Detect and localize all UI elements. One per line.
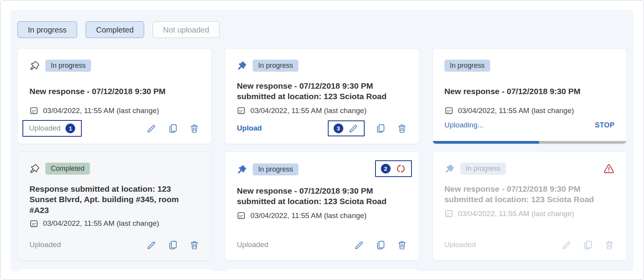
response-card-6: In progress New response - 07/12/2018 9:…: [432, 151, 627, 261]
pencil-icon: [354, 240, 365, 250]
annotation-box-1: Uploaded 1: [22, 120, 82, 137]
calendar-icon: [29, 219, 38, 228]
edit-button[interactable]: [146, 123, 157, 134]
response-card-grid: In progress New response - 07/12/2018 9:…: [17, 48, 627, 261]
card-title: New response - 07/12/2018 9:30 PM submit…: [237, 186, 407, 207]
copy-icon: [168, 240, 178, 250]
upload-status: Uploaded: [29, 240, 61, 249]
trash-icon: [397, 240, 407, 250]
copy-button[interactable]: [168, 123, 178, 134]
card-title: New response - 07/12/2018 9:30 PM: [444, 81, 615, 102]
status-badge: In progress: [45, 60, 91, 72]
stop-upload-button[interactable]: STOP: [595, 121, 615, 129]
card-title: New response - 07/12/2018 9:30 PM submit…: [237, 81, 407, 102]
pushpin-icon[interactable]: [29, 163, 40, 174]
upload-status: Uploaded: [237, 240, 268, 249]
responses-panel: In progress Completed Not uploaded In pr…: [10, 10, 634, 271]
filter-completed[interactable]: Completed: [86, 21, 144, 38]
card-title: Response submitted at location: 123 Suns…: [29, 184, 200, 215]
partial-card: [225, 268, 419, 271]
card-title: New response - 07/12/2018 9:30 PM: [29, 81, 200, 102]
calendar-icon: [29, 106, 38, 115]
last-change-text: 03/04/2022, 11:55 AM (last change): [458, 210, 574, 218]
annotation-box-2: 2: [375, 160, 412, 177]
annotation-number-2: 2: [381, 164, 391, 173]
upload-progress-fill: [433, 141, 539, 144]
edit-button[interactable]: [348, 123, 359, 134]
pencil-icon: [146, 240, 157, 250]
pushpin-icon: [444, 163, 455, 174]
upload-progress-bar: [433, 141, 626, 144]
calendar-icon: [444, 209, 453, 218]
calendar-icon: [237, 106, 246, 115]
calendar-icon: [444, 106, 453, 115]
pencil-icon: [561, 240, 572, 250]
response-card-2: In progress New response - 07/12/2018 9:…: [225, 48, 419, 144]
annotation-box-3: 3: [328, 120, 365, 136]
trash-icon: [189, 123, 200, 134]
refresh-icon: [396, 163, 406, 174]
response-card-4: Completed Response submitted at location…: [17, 151, 212, 261]
copy-icon: [375, 123, 386, 134]
response-card-3: In progress New response - 07/12/2018 9:…: [432, 48, 627, 144]
pushpin-icon[interactable]: [29, 60, 40, 71]
upload-status: Uploaded: [29, 124, 60, 132]
edit-button: [561, 240, 572, 250]
pushpin-icon[interactable]: [237, 164, 247, 175]
last-change-text: 03/04/2022, 11:55 AM (last change): [43, 107, 159, 115]
filter-not-uploaded[interactable]: Not uploaded: [153, 21, 220, 38]
trash-icon: [189, 240, 200, 250]
trash-icon: [397, 123, 407, 134]
pencil-icon: [348, 123, 359, 134]
annotation-number-3: 3: [334, 124, 343, 133]
delete-button[interactable]: [397, 240, 407, 250]
last-change-text: 03/04/2022, 11:55 AM (last change): [458, 107, 574, 115]
delete-button[interactable]: [397, 123, 407, 134]
copy-icon: [375, 240, 386, 250]
edit-button[interactable]: [354, 240, 365, 250]
delete-button[interactable]: [189, 240, 200, 250]
pushpin-icon[interactable]: [237, 60, 247, 71]
partial-card: [17, 268, 212, 271]
status-badge: In progress: [460, 163, 506, 175]
edit-button[interactable]: [146, 240, 157, 250]
filter-in-progress[interactable]: In progress: [17, 21, 77, 38]
status-badge: In progress: [444, 60, 490, 72]
status-filter-bar: In progress Completed Not uploaded: [17, 21, 627, 38]
pencil-icon: [146, 123, 157, 134]
status-badge: In progress: [253, 60, 298, 72]
response-card-1: In progress New response - 07/12/2018 9:…: [17, 48, 212, 144]
trash-icon: [604, 240, 615, 250]
upload-status: Uploaded: [444, 240, 476, 249]
card-title: New response - 07/12/2018 9:30 PM submit…: [444, 184, 615, 205]
calendar-icon: [237, 211, 246, 220]
last-change-text: 03/04/2022, 11:55 AM (last change): [43, 219, 159, 228]
response-card-5: In progress 2 New response - 07/12/2018 …: [225, 151, 419, 261]
delete-button: [604, 240, 615, 250]
last-change-text: 03/04/2022, 11:55 AM (last change): [250, 107, 367, 115]
copy-icon: [583, 240, 593, 250]
retry-upload-button[interactable]: [396, 163, 406, 174]
app-window: In progress Completed Not uploaded In pr…: [0, 0, 644, 280]
annotation-number-1: 1: [65, 124, 75, 133]
copy-button[interactable]: [375, 240, 386, 250]
last-change-text: 03/04/2022, 11:55 AM (last change): [250, 211, 367, 220]
status-badge: In progress: [253, 163, 298, 175]
next-row-preview: [17, 268, 627, 271]
uploading-status: Uploading...: [444, 121, 484, 129]
copy-button[interactable]: [375, 123, 386, 134]
upload-link[interactable]: Upload: [237, 124, 262, 132]
delete-button[interactable]: [189, 123, 200, 134]
copy-button[interactable]: [168, 240, 178, 250]
status-badge: Completed: [45, 163, 90, 175]
copy-icon: [168, 123, 178, 134]
warning-triangle-icon: [603, 163, 615, 174]
copy-button: [583, 240, 593, 250]
